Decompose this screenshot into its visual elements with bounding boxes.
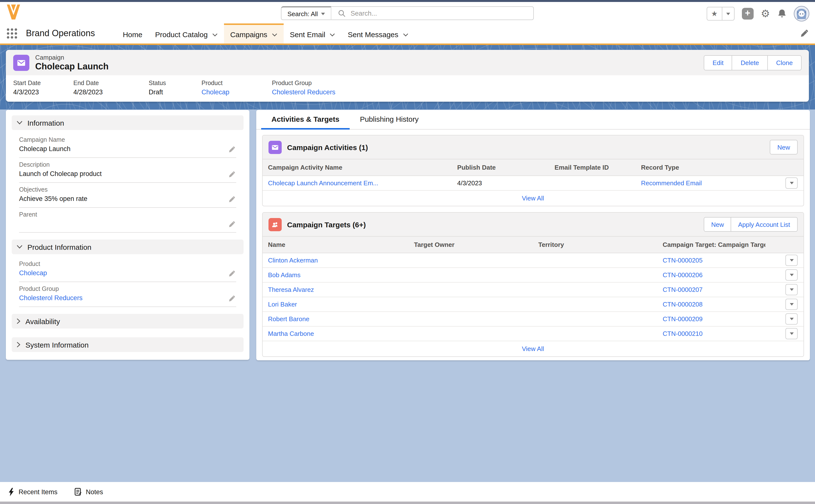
product-link[interactable]: Cholecap — [201, 88, 272, 96]
campaign-envelope-icon — [13, 55, 29, 71]
campaign-target-people-icon — [268, 218, 282, 231]
product-link[interactable]: Cholecap — [19, 269, 236, 277]
row-actions-menu-button[interactable] — [786, 284, 798, 295]
apply-account-list-button[interactable]: Apply Account List — [731, 218, 797, 231]
campaign-activities-header: Campaign Activities (1) New — [263, 135, 803, 159]
bottom-strip — [0, 502, 815, 504]
chevron-down-icon — [403, 33, 408, 36]
field-product-group: Product Group Cholesterol Reducers — [272, 80, 335, 96]
edit-navigation-pencil-icon[interactable] — [800, 29, 808, 38]
target-name-link[interactable]: Theresa Alvarez — [263, 286, 409, 293]
nav-tab-sent-messages[interactable]: Sent Messages — [341, 23, 415, 44]
campaign-targets-title: Campaign Targets (6+) — [287, 220, 366, 229]
targets-new-button[interactable]: New — [705, 218, 731, 231]
campaign-activities-title: Campaign Activities (1) — [287, 143, 368, 151]
product-group-link[interactable]: Cholesterol Reducers — [272, 88, 335, 96]
favorites-button-group: ★ — [706, 7, 734, 21]
search-input[interactable] — [350, 9, 534, 17]
header-utilities: ★ + ⚙ — [706, 6, 809, 22]
section-availability[interactable]: Availability — [12, 314, 243, 329]
search-icon — [338, 10, 346, 17]
chevron-down-icon — [272, 33, 277, 36]
field-end-date: End Date 4/28/2023 — [73, 80, 149, 96]
field-product: Product Cholecap — [201, 80, 272, 96]
campaign-target-link[interactable]: CTN-0000209 — [657, 315, 765, 323]
favorites-dropdown[interactable] — [722, 7, 734, 20]
activities-view-all-link[interactable]: View All — [522, 195, 544, 202]
global-header: Search: All ★ + ⚙ — [0, 2, 815, 23]
target-name-link[interactable]: Bob Adams — [263, 271, 409, 279]
section-system-information[interactable]: System Information — [12, 337, 243, 352]
row-actions-menu-button[interactable] — [786, 328, 798, 339]
record-header-card: Campaign Cholecap Launch Edit Delete Clo… — [6, 50, 809, 102]
row-actions-menu-button[interactable] — [786, 177, 798, 189]
target-name-link[interactable]: Robert Barone — [263, 315, 409, 323]
chevron-right-icon — [17, 342, 21, 348]
app-name: Brand Operations — [26, 28, 95, 39]
lightning-bolt-icon — [8, 488, 14, 496]
field-objectives: Objectives Achieve 35% open rate — [19, 183, 236, 208]
user-avatar[interactable] — [793, 6, 809, 22]
browser-top-strip — [0, 0, 815, 2]
tab-publishing-history[interactable]: Publishing History — [350, 110, 429, 130]
edit-pencil-icon[interactable] — [228, 196, 235, 203]
field-product-group-detail: Product Group Cholesterol Reducers — [19, 282, 236, 307]
edit-pencil-icon[interactable] — [228, 146, 235, 153]
activity-name-link[interactable]: Cholecap Launch Announcement Em... — [263, 179, 452, 187]
targets-view-all-link[interactable]: View All — [522, 345, 544, 352]
app-launcher-icon[interactable] — [7, 28, 17, 39]
row-actions-menu-button[interactable] — [786, 255, 798, 266]
notes-utility[interactable]: Notes — [74, 488, 103, 496]
edit-pencil-icon[interactable] — [228, 295, 235, 302]
edit-pencil-icon[interactable] — [228, 270, 235, 277]
campaign-target-link[interactable]: CTN-0000207 — [657, 286, 765, 293]
campaign-target-link[interactable]: CTN-0000205 — [657, 257, 765, 264]
target-name-link[interactable]: Clinton Ackerman — [263, 257, 409, 264]
section-product-information[interactable]: Product Information — [12, 240, 243, 254]
global-search: Search: All — [281, 6, 534, 20]
activities-new-button[interactable]: New — [771, 140, 797, 154]
record-type-link[interactable]: Recommended Email — [636, 179, 766, 187]
field-description: Description Launch of Cholecap product — [19, 158, 236, 183]
record-details-panel: Information Campaign Name Cholecap Launc… — [6, 110, 249, 360]
nav-tab-home[interactable]: Home — [116, 23, 149, 44]
setup-gear-icon[interactable]: ⚙ — [761, 8, 770, 20]
clone-button[interactable]: Clone — [767, 55, 801, 70]
target-row: Robert Barone CTN-0000209 — [263, 312, 803, 327]
target-name-link[interactable]: Lori Baker — [263, 301, 409, 308]
nav-tab-campaigns[interactable]: Campaigns — [224, 23, 283, 44]
campaign-target-link[interactable]: CTN-0000208 — [657, 301, 765, 308]
field-parent: Parent — [19, 208, 236, 233]
target-name-link[interactable]: Martha Carbone — [263, 330, 409, 337]
campaign-target-link[interactable]: CTN-0000206 — [657, 271, 765, 279]
campaign-activities-card: Campaign Activities (1) New Campaign Act… — [262, 135, 804, 206]
chevron-down-icon — [321, 12, 325, 15]
campaign-target-link[interactable]: CTN-0000210 — [657, 330, 765, 337]
utility-bar: Recent Items Notes — [0, 482, 815, 502]
edit-pencil-icon[interactable] — [228, 221, 235, 228]
tab-activities-targets[interactable]: Activities & Targets — [261, 110, 350, 130]
row-actions-menu-button[interactable] — [786, 299, 798, 310]
chevron-down-icon — [17, 121, 22, 125]
record-header-top: Campaign Cholecap Launch Edit Delete Clo… — [6, 50, 809, 75]
activity-row: Cholecap Launch Announcement Em... 4/3/2… — [263, 176, 803, 191]
notifications-bell-icon[interactable] — [777, 9, 786, 19]
section-information[interactable]: Information — [12, 115, 243, 130]
target-row: Bob Adams CTN-0000206 — [263, 268, 803, 283]
search-scope-selector[interactable]: Search: All — [282, 6, 331, 20]
row-actions-menu-button[interactable] — [786, 269, 798, 281]
edit-pencil-icon[interactable] — [228, 171, 235, 178]
recent-items-utility[interactable]: Recent Items — [8, 488, 57, 496]
notes-icon — [74, 488, 81, 496]
product-group-link[interactable]: Cholesterol Reducers — [19, 294, 236, 302]
edit-button[interactable]: Edit — [704, 55, 732, 70]
nav-tab-product-catalog[interactable]: Product Catalog — [149, 23, 224, 44]
row-actions-menu-button[interactable] — [786, 313, 798, 325]
favorite-star-icon[interactable]: ★ — [707, 8, 722, 20]
veeva-logo — [7, 4, 20, 21]
nav-tab-sent-email[interactable]: Sent Email — [283, 23, 341, 44]
campaign-activity-envelope-icon — [268, 141, 282, 154]
delete-button[interactable]: Delete — [732, 55, 767, 70]
search-scope-label: Search: All — [287, 10, 318, 17]
global-actions-plus-icon[interactable]: + — [742, 8, 753, 20]
